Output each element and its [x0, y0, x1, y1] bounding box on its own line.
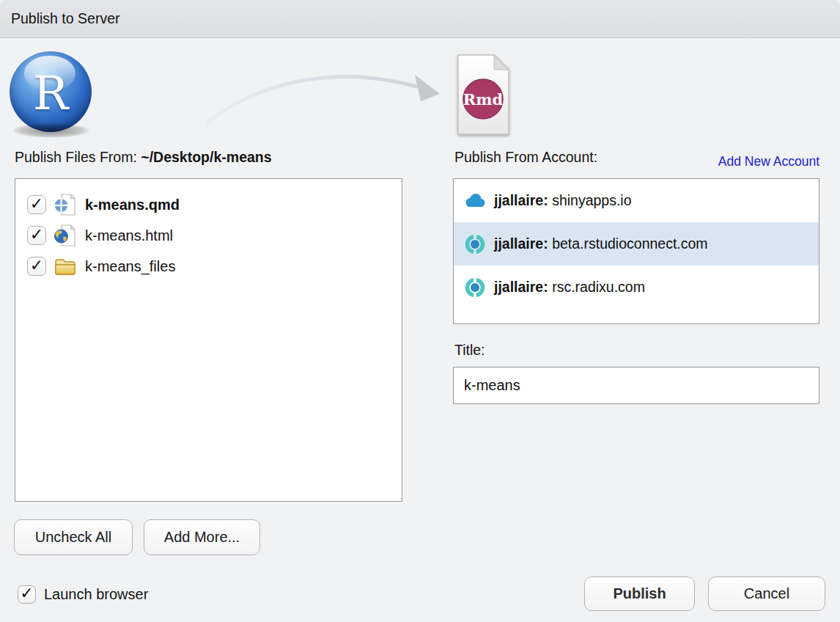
file-name: k-means.qmd: [85, 197, 180, 213]
account-row-rstudioconnect[interactable]: jjallaire: beta.rstudioconnect.com: [454, 222, 819, 266]
title-label: Title:: [454, 342, 485, 359]
r-logo-shadow: [13, 123, 89, 138]
publish-files-path: ~/Desktop/k-means: [141, 149, 271, 165]
file-name: k-means.html: [85, 227, 173, 244]
connect-icon: [463, 276, 487, 299]
account-list: jjallaire: shinyapps.io jjallaire: beta.…: [453, 178, 819, 324]
account-row-radixu[interactable]: jjallaire: rsc.radixu.com: [454, 266, 819, 309]
account-user: jjallaire:: [494, 235, 548, 252]
file-row-files-folder[interactable]: ✓ k-means_files: [15, 251, 402, 282]
checkmark-icon: ✓: [30, 196, 43, 212]
checkmark-icon: ✓: [30, 227, 43, 243]
file-checkbox-qmd[interactable]: ✓: [27, 195, 46, 214]
account-row-shinyapps[interactable]: jjallaire: shinyapps.io: [454, 179, 819, 222]
quarto-file-icon: [54, 193, 77, 216]
connect-icon: [463, 233, 487, 256]
launch-browser-option: ✓ Launch browser: [18, 585, 148, 604]
cancel-button[interactable]: Cancel: [708, 577, 825, 611]
file-row-qmd[interactable]: ✓ k-means.qmd: [15, 189, 402, 220]
account-label: jjallaire: shinyapps.io: [494, 192, 632, 209]
file-checkbox-folder[interactable]: ✓: [27, 257, 46, 276]
rmd-icon-label: Rmd: [463, 90, 504, 109]
r-logo-letter: R: [10, 51, 92, 132]
folder-icon: [54, 255, 77, 278]
add-new-account-link[interactable]: Add New Account: [718, 154, 819, 169]
rmd-file-icon: Rmd: [454, 53, 513, 138]
publish-files-from-text: Publish Files From:: [15, 149, 141, 165]
account-label: jjallaire: beta.rstudioconnect.com: [494, 235, 708, 252]
publish-to-server-dialog: Publish to Server R Rmd Publish Files Fr…: [0, 0, 840, 622]
checkmark-icon: ✓: [30, 257, 43, 274]
account-user: jjallaire:: [494, 192, 548, 208]
file-list: ✓ k-means.qmd ✓ k-means.html: [15, 178, 402, 502]
account-label: jjallaire: rsc.radixu.com: [494, 279, 645, 296]
checkmark-icon: ✓: [20, 585, 33, 601]
account-server: rsc.radixu.com: [548, 279, 645, 295]
launch-browser-label: Launch browser: [44, 586, 148, 603]
dialog-titlebar: Publish to Server: [0, 0, 840, 38]
uncheck-all-button[interactable]: Uncheck All: [14, 519, 133, 555]
cloud-icon: [463, 189, 487, 213]
html-file-icon: [54, 224, 77, 247]
dialog-title: Publish to Server: [11, 10, 120, 27]
r-logo-icon: R: [10, 51, 92, 132]
publish-from-account-label: Publish From Account:: [454, 149, 597, 166]
account-user: jjallaire:: [494, 279, 548, 295]
title-input[interactable]: [453, 367, 819, 404]
add-more-button[interactable]: Add More...: [144, 519, 260, 555]
launch-browser-checkbox[interactable]: ✓: [18, 585, 36, 604]
account-server: shinyapps.io: [548, 192, 632, 208]
file-checkbox-html[interactable]: ✓: [27, 226, 46, 245]
file-row-html[interactable]: ✓ k-means.html: [15, 220, 402, 251]
publish-button[interactable]: Publish: [584, 577, 695, 611]
publish-files-from-label: Publish Files From: ~/Desktop/k-means: [15, 149, 272, 166]
account-server: beta.rstudioconnect.com: [548, 235, 708, 252]
file-name: k-means_files: [85, 258, 175, 275]
publish-arrow-icon: [0, 38, 840, 156]
